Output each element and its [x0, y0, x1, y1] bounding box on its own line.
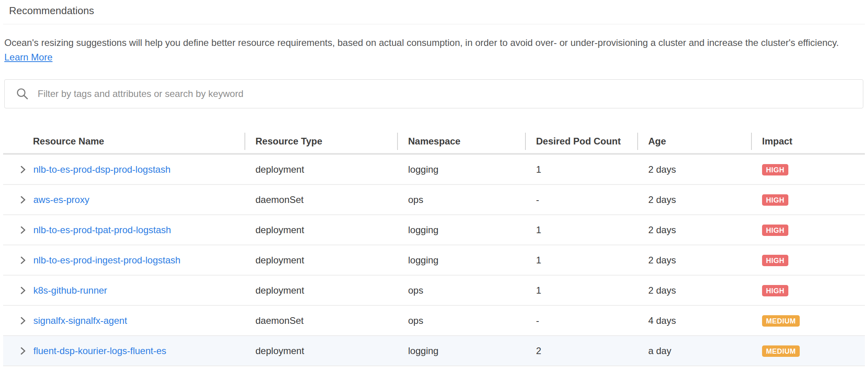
expand-row-button[interactable]: [18, 316, 27, 325]
table-row: k8s-github-runner deployment ops 1 2 day…: [3, 276, 865, 306]
resource-name-cell: k8s-github-runner: [3, 285, 244, 296]
resource-name-cell: fluent-dsp-kourier-logs-fluent-es: [3, 345, 244, 356]
resource-type-cell: deployment: [244, 225, 397, 236]
search-input[interactable]: [38, 88, 855, 99]
resource-name-cell: nlb-to-es-prod-dsp-prod-logstash: [3, 164, 244, 175]
table-row: fluent-dsp-kourier-logs-fluent-es deploy…: [3, 336, 865, 366]
age-cell: 4 days: [637, 315, 751, 326]
impact-badge: HIGH: [762, 164, 788, 175]
impact-badge: HIGH: [762, 194, 788, 206]
resource-type-cell: daemonSet: [244, 315, 397, 326]
impact-badge: HIGH: [762, 255, 788, 266]
column-header-resource-name: Resource Name: [3, 130, 244, 153]
resource-name-link[interactable]: fluent-dsp-kourier-logs-fluent-es: [33, 345, 166, 356]
namespace-cell: logging: [397, 225, 525, 236]
impact-cell: HIGH: [751, 285, 865, 296]
impact-badge: MEDIUM: [762, 345, 800, 357]
namespace-cell: logging: [397, 164, 525, 175]
pod-count-cell: 2: [525, 345, 637, 356]
search-icon: [16, 87, 29, 100]
impact-cell: HIGH: [751, 224, 865, 236]
chevron-right-icon: [18, 226, 27, 234]
resource-type-cell: deployment: [244, 164, 397, 175]
resource-name-link[interactable]: nlb-to-es-prod-ingest-prod-logstash: [33, 255, 181, 266]
expand-row-button[interactable]: [18, 225, 27, 235]
chevron-right-icon: [18, 195, 27, 204]
namespace-cell: ops: [397, 285, 525, 296]
filter-search-box[interactable]: [4, 79, 863, 108]
resource-name-link[interactable]: signalfx-signalfx-agent: [33, 315, 127, 326]
resource-name-link[interactable]: aws-es-proxy: [33, 194, 89, 205]
namespace-cell: ops: [397, 315, 525, 326]
resource-type-cell: deployment: [244, 345, 397, 356]
column-header-resource-type: Resource Type: [244, 130, 397, 153]
impact-cell: HIGH: [751, 164, 865, 175]
recommendations-page: Recommendations Ocean's resizing suggest…: [0, 0, 868, 366]
expand-row-button[interactable]: [18, 195, 27, 205]
chevron-right-icon: [18, 256, 27, 265]
resource-name-cell: aws-es-proxy: [3, 194, 244, 205]
impact-badge: HIGH: [762, 225, 788, 236]
chevron-right-icon: [18, 165, 27, 174]
resource-name-cell: nlb-to-es-prod-ingest-prod-logstash: [3, 255, 244, 266]
pod-count-cell: 1: [525, 225, 637, 236]
column-header-impact: Impact: [751, 130, 865, 153]
namespace-cell: logging: [397, 345, 525, 356]
chevron-right-icon: [18, 316, 27, 325]
table-row: nlb-to-es-prod-ingest-prod-logstash depl…: [3, 245, 865, 276]
resource-name-link[interactable]: nlb-to-es-prod-tpat-prod-logstash: [33, 225, 171, 236]
resource-name-cell: nlb-to-es-prod-tpat-prod-logstash: [3, 225, 244, 236]
age-cell: 2 days: [637, 255, 751, 266]
table-row: nlb-to-es-prod-dsp-prod-logstash deploym…: [3, 155, 865, 185]
age-cell: 2 days: [637, 285, 751, 296]
expand-row-button[interactable]: [18, 346, 27, 356]
pod-count-cell: -: [525, 315, 637, 326]
page-description: Ocean's resizing suggestions will help y…: [4, 35, 864, 64]
namespace-cell: ops: [397, 194, 525, 205]
resource-name-cell: signalfx-signalfx-agent: [3, 315, 244, 326]
impact-cell: HIGH: [751, 194, 865, 206]
pod-count-cell: 1: [525, 164, 637, 175]
table-row: aws-es-proxy daemonSet ops - 2 days HIGH: [3, 185, 865, 215]
expand-row-button[interactable]: [18, 286, 27, 295]
impact-cell: HIGH: [751, 254, 865, 266]
pod-count-cell: 1: [525, 255, 637, 266]
learn-more-link[interactable]: Learn More: [4, 52, 53, 62]
column-header-desired-pod-count: Desired Pod Count: [525, 130, 637, 153]
age-cell: 2 days: [637, 194, 751, 205]
page-title: Recommendations: [0, 4, 868, 17]
pod-count-cell: 1: [525, 285, 637, 296]
chevron-right-icon: [18, 286, 27, 295]
table-body: nlb-to-es-prod-dsp-prod-logstash deploym…: [3, 155, 865, 366]
table-row: signalfx-signalfx-agent daemonSet ops - …: [3, 306, 865, 336]
resource-type-cell: deployment: [244, 285, 397, 296]
description-text: Ocean's resizing suggestions will help y…: [4, 37, 839, 48]
table-row: nlb-to-es-prod-tpat-prod-logstash deploy…: [3, 215, 865, 245]
age-cell: 2 days: [637, 164, 751, 175]
column-header-namespace: Namespace: [397, 130, 525, 153]
impact-cell: MEDIUM: [751, 345, 865, 357]
namespace-cell: logging: [397, 255, 525, 266]
title-divider: [3, 24, 865, 24]
impact-badge: MEDIUM: [762, 315, 800, 327]
chevron-right-icon: [18, 347, 27, 355]
age-cell: a day: [637, 345, 751, 356]
resource-type-cell: deployment: [244, 255, 397, 266]
resource-name-link[interactable]: nlb-to-es-prod-dsp-prod-logstash: [33, 164, 171, 175]
expand-row-button[interactable]: [18, 165, 27, 174]
expand-row-button[interactable]: [18, 256, 27, 265]
table-header: Resource NameResource TypeNamespaceDesir…: [3, 130, 865, 155]
recommendations-table: Resource NameResource TypeNamespaceDesir…: [3, 130, 865, 366]
impact-cell: MEDIUM: [751, 315, 865, 327]
pod-count-cell: -: [525, 194, 637, 205]
age-cell: 2 days: [637, 225, 751, 236]
resource-name-link[interactable]: k8s-github-runner: [33, 285, 107, 296]
impact-badge: HIGH: [762, 285, 788, 296]
column-header-age: Age: [637, 130, 751, 153]
resource-type-cell: daemonSet: [244, 194, 397, 205]
